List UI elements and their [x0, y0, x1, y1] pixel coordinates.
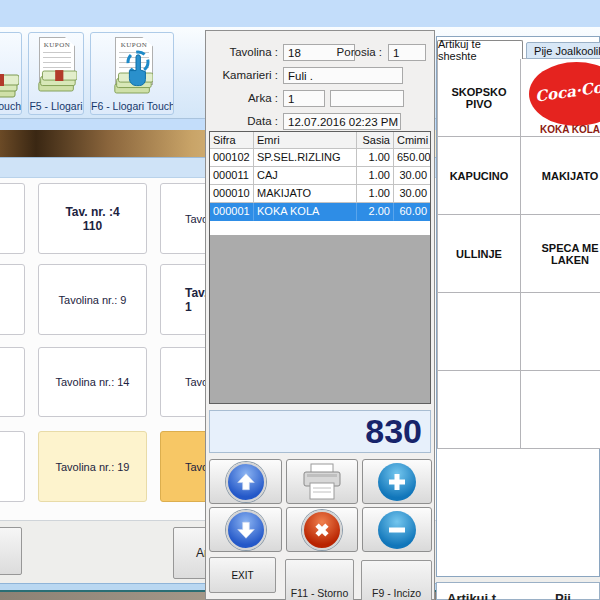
pos-screen: Touch KUPON F5 - Llogari KUPON [0, 0, 600, 600]
data-label: Data : [205, 113, 278, 130]
kamarieri-label: Kamarieri : [205, 67, 278, 84]
order-row[interactable]: 000010 MAKIJATO 1.00 30.00 [210, 185, 430, 203]
table-button-partial[interactable] [0, 347, 25, 417]
product-tile-empty[interactable] [437, 370, 521, 449]
cell-emri: KOKA KOLA [254, 203, 357, 221]
product-tile-empty[interactable] [437, 292, 521, 371]
cell-cmimi: 650.00 [394, 149, 430, 167]
coca-cola-script-text: Coca·Cola [528, 75, 600, 106]
arka-field[interactable]: 1 [283, 90, 325, 107]
cell-sasia: 2.00 [357, 203, 394, 221]
table-button-19[interactable]: Tavolina nr.: 19 [38, 431, 147, 502]
cell-emri: MAKIJATO [254, 185, 357, 203]
arrow-up-icon [226, 462, 266, 502]
kupon-icon-text: KUPON [116, 41, 152, 49]
touch-finger-icon [121, 49, 155, 91]
product-tile-kapucino[interactable]: KAPUCINO [437, 136, 521, 215]
bottom-bar-button-partial[interactable] [0, 527, 22, 575]
decrease-qty-button[interactable] [362, 507, 432, 552]
f6-llogari-touch-button[interactable]: KUPON F6 - Llogari Touch [90, 32, 174, 115]
col-header-sifra[interactable]: Sifra [210, 132, 254, 149]
tavolina-label: Tavolina : [205, 44, 278, 61]
move-up-button[interactable] [209, 459, 282, 504]
move-down-button[interactable] [209, 507, 282, 552]
window-top-band [0, 0, 600, 27]
f11-storno-label: F11 - StornoIncizo [286, 587, 353, 600]
table-button-partial[interactable] [0, 431, 25, 502]
data-field[interactable]: 12.07.2016 02:23 PM [283, 113, 401, 130]
cell-cmimi: 60.00 [394, 203, 430, 221]
porosia-field[interactable]: 1 [388, 44, 426, 61]
print-button[interactable] [286, 459, 358, 504]
col-header-emri[interactable]: Emri [254, 132, 357, 149]
exit-button[interactable]: EXIT [209, 557, 276, 593]
product-tile-makijato[interactable]: MAKIJATO [520, 136, 600, 215]
f5-llogari-label: F5 - Llogari [29, 100, 83, 112]
cell-sifra: 000102 [210, 149, 254, 167]
order-total: 830 [209, 410, 431, 453]
table-button-partial[interactable] [0, 264, 25, 335]
cell-cmimi: 30.00 [394, 167, 430, 185]
printer-icon [301, 463, 343, 501]
cell-sifra: 000011 [210, 167, 254, 185]
kupon-icon-text: KUPON [40, 41, 74, 49]
table-button-14[interactable]: Tavolina nr.: 14 [38, 347, 147, 417]
f9-incizo-label: F9 - Incizo [362, 587, 431, 599]
cell-sasia: 1.00 [357, 149, 394, 167]
background-tabs-fragment: Artikuj t Pij [436, 582, 600, 600]
product-tile-ullinje[interactable]: ULLINJE [437, 214, 521, 293]
order-row-selected[interactable]: 000001 KOKA KOLA 2.00 60.00 [210, 203, 430, 221]
f6-llogari-touch-label: F6 - Llogari Touch [91, 100, 173, 112]
tab-pije-joalkoolike[interactable]: Pije Joalkoolike [526, 42, 600, 59]
product-tile-empty[interactable] [520, 370, 600, 449]
product-tile-empty[interactable] [520, 292, 600, 371]
product-tile-skopsko-pivo[interactable]: SKOPSKO PIVO [437, 58, 521, 137]
delete-item-button[interactable] [286, 507, 358, 552]
kamarieri-field[interactable]: Fuli . [283, 67, 403, 84]
cell-sasia: 1.00 [357, 185, 394, 203]
product-tile-label: KOKA KOLA [521, 124, 600, 135]
order-row[interactable]: 000102 SP.SEL.RIZLING 1.00 650.00 [210, 149, 430, 167]
cell-emri: CAJ [254, 167, 357, 185]
cell-emri: SP.SEL.RIZLING [254, 149, 357, 167]
increase-qty-button[interactable] [362, 459, 432, 504]
toolbar-button-label: Touch [0, 100, 21, 112]
order-row[interactable]: 000011 CAJ 1.00 30.00 [210, 167, 430, 185]
cancel-x-icon [302, 510, 342, 550]
arka-field-2[interactable] [330, 90, 404, 107]
money-stack-icon [0, 73, 19, 99]
grid-empty-row [210, 221, 430, 235]
tab-artikuj-te-sheshte[interactable]: Artikuj te sheshte [437, 40, 523, 59]
product-tile-koka-kola[interactable]: Coca·Cola KOKA KOLA [520, 58, 600, 137]
arka-label: Arka : [205, 90, 278, 107]
cell-sasia: 1.00 [357, 167, 394, 185]
table-button-4[interactable]: Tav. nr. :4 110 [38, 183, 147, 254]
f11-storno-button[interactable]: F11 - StornoIncizo [285, 559, 354, 600]
f9-incizo-button[interactable]: F9 - Incizo [361, 560, 432, 600]
toolbar-button-partial[interactable]: Touch [0, 32, 22, 115]
background-tab-label[interactable]: Pij [555, 591, 571, 600]
f5-llogari-button[interactable]: KUPON F5 - Llogari [28, 32, 84, 115]
table-button-partial[interactable] [0, 183, 25, 254]
porosia-label: Porosia : [328, 44, 382, 61]
arrow-down-icon [226, 510, 266, 550]
background-tab-label[interactable]: Artikuj t [447, 591, 496, 600]
minus-icon [378, 511, 416, 549]
col-header-sasia[interactable]: Sasia [357, 132, 394, 149]
cell-sifra: 000010 [210, 185, 254, 203]
cell-sifra: 000001 [210, 203, 254, 221]
grid-filler [210, 235, 430, 403]
order-items-grid: Sifra Emri Sasia Cmimi 000102 SP.SEL.RIZ… [209, 131, 431, 404]
product-tile-speca-me-laken[interactable]: SPECA ME LAKEN [520, 214, 600, 293]
grid-header-row: Sifra Emri Sasia Cmimi [210, 132, 430, 149]
plus-icon [378, 463, 416, 501]
table-button-9[interactable]: Tavolina nr.: 9 [38, 264, 147, 335]
coca-cola-logo-icon: Coca·Cola [529, 62, 600, 126]
money-stack-icon [37, 69, 77, 93]
cell-cmimi: 30.00 [394, 185, 430, 203]
col-header-cmimi[interactable]: Cmimi [394, 132, 430, 149]
